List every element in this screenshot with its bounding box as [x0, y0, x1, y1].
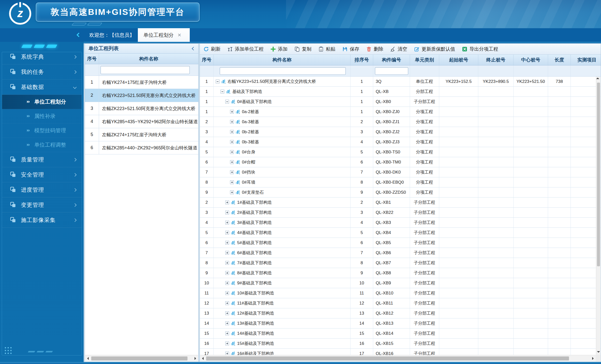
- expand-toggle-icon[interactable]: [225, 261, 229, 265]
- expand-toggle-icon[interactable]: [225, 352, 229, 355]
- expand-toggle-icon[interactable]: [225, 342, 229, 345]
- expand-toggle-icon[interactable]: [230, 120, 234, 124]
- expand-toggle-icon[interactable]: [225, 241, 229, 245]
- expand-toggle-icon[interactable]: [225, 301, 229, 305]
- hscroll-right-icon[interactable]: [193, 357, 198, 360]
- table-row[interactable]: 1312#基础及下部构造13QL-XB12子分部工程: [200, 308, 601, 318]
- expand-toggle-icon[interactable]: [230, 170, 234, 174]
- table-row[interactable]: 1413#基础及下部构造14QL-XB13子分部工程: [200, 318, 601, 328]
- hscroll-right-icon[interactable]: [590, 357, 596, 360]
- sidebar-item-progress-management[interactable]: 进度管理: [2, 182, 82, 197]
- table-row[interactable]: 20a-3桩基2QL-XB0-ZJ1分项工程: [200, 117, 601, 127]
- paste-button[interactable]: 粘贴: [318, 46, 335, 52]
- table-row[interactable]: 30b-2桩基3QL-XB0-ZJ2分项工程: [200, 127, 601, 137]
- table-row[interactable]: 87#基础及下部构造8QL-XB7子分部工程: [200, 258, 601, 268]
- collapse-toggle-icon[interactable]: [225, 100, 229, 104]
- table-row[interactable]: 21#基础及下部构造2QL-XB1子分部工程: [200, 197, 601, 208]
- sidebar-item-my-tasks[interactable]: 我的任务: [2, 64, 82, 80]
- unit-list-name-filter-input[interactable]: [101, 66, 190, 74]
- unit-list-row[interactable]: 6左幅ZK285+440~ZK292+965阿尔金山特长隧道: [85, 141, 198, 154]
- expand-toggle-icon[interactable]: [230, 150, 234, 154]
- update-quality-default-button[interactable]: 更新质保默认值: [414, 46, 455, 52]
- expand-toggle-icon[interactable]: [230, 160, 234, 164]
- table-row[interactable]: 54#基础及下部构造5QL-XB4子分部工程: [200, 228, 601, 238]
- hscroll-left-icon[interactable]: [85, 357, 91, 360]
- table-row[interactable]: 1110#基础及下部构造11QL-XB10子分部工程: [200, 288, 601, 298]
- table-row[interactable]: 1右幅YK223+521.50阿克塞分离式立交跨线大桥13Q单位工程YK223+…: [200, 77, 601, 87]
- table-row[interactable]: 70#挡块7QL-XB0-DK0分项工程: [200, 167, 601, 177]
- save-button[interactable]: 保存: [342, 46, 359, 52]
- expand-toggle-icon[interactable]: [225, 321, 229, 325]
- tab-welcome[interactable]: 欢迎您：【信息员】: [89, 28, 135, 42]
- expand-toggle-icon[interactable]: [225, 271, 229, 275]
- sidebar-item-change-management[interactable]: 变更管理: [2, 197, 82, 213]
- sidebar-item-unit-project-division[interactable]: 单位工程划分: [2, 95, 82, 109]
- vscroll-thumb[interactable]: [597, 83, 600, 266]
- unit-list-row[interactable]: 1右幅YK274+175红崖子沟特大桥: [85, 76, 198, 89]
- expand-toggle-icon[interactable]: [225, 291, 229, 295]
- table-row[interactable]: 10a-2桩基1QL-XB0-ZJ0分项工程: [200, 107, 601, 117]
- sidebar-item-basic-data[interactable]: 基础数据: [2, 80, 82, 95]
- table-row[interactable]: 1716#基础及下部构造17QL-XB16子分部工程: [200, 349, 601, 355]
- expand-toggle-icon[interactable]: [225, 201, 229, 204]
- table-row[interactable]: 40b-3桩基4QL-XB0-ZJ3分项工程: [200, 137, 601, 147]
- clear-button[interactable]: 清空: [390, 46, 407, 52]
- collapse-toggle-icon[interactable]: [216, 80, 219, 83]
- expand-toggle-icon[interactable]: [225, 221, 229, 224]
- tab-scroll-left-icon[interactable]: [77, 33, 80, 38]
- table-row[interactable]: 32#基础及下部构造3QL-XB22子分部工程: [200, 208, 601, 218]
- panel-collapse-icon[interactable]: [192, 47, 195, 50]
- tab-unit-project-division[interactable]: 单位工程划分 ×: [138, 28, 190, 42]
- expand-toggle-icon[interactable]: [225, 231, 229, 235]
- collapse-toggle-icon[interactable]: [220, 90, 224, 93]
- hscroll-thumb[interactable]: [91, 356, 187, 360]
- table-row[interactable]: 50#台身5QL-XB0-TS0分项工程: [200, 147, 601, 157]
- expand-toggle-icon[interactable]: [225, 281, 229, 285]
- sidebar-item-system-dictionary[interactable]: 系统字典: [2, 49, 82, 64]
- table-row[interactable]: 1514#基础及下部构造15QL-XB14子分部工程: [200, 328, 601, 339]
- expand-toggle-icon[interactable]: [230, 130, 234, 134]
- unit-list-row[interactable]: 2右幅YK223+521.50阿克塞分离式立交跨线大桥: [85, 89, 198, 102]
- table-row[interactable]: 1615#基础及下部构造16QL-XB15子分部工程: [200, 339, 601, 349]
- table-row[interactable]: 98#基础及下部构造9QL-XB8子分部工程: [200, 268, 601, 278]
- sidebar-item-construction-image-capture[interactable]: 施工影像采集: [2, 213, 82, 228]
- unit-list-row[interactable]: 4右幅YK285+435~YK292+962阿尔金山特长隧道: [85, 115, 198, 128]
- table-row[interactable]: 60#台帽6QL-XB0-TM0分项工程: [200, 157, 601, 167]
- expand-toggle-icon[interactable]: [225, 311, 229, 315]
- table-row[interactable]: 90#支座垫石9QL-XB0-ZZDS0分项工程: [200, 187, 601, 197]
- sidebar-item-model-code-management[interactable]: 模型挂码管理: [2, 123, 82, 138]
- add-button[interactable]: 添加: [270, 46, 288, 52]
- table-row[interactable]: 1基础及下部构造1QL-XB分部工程: [200, 87, 601, 97]
- expand-toggle-icon[interactable]: [230, 110, 234, 114]
- sidebar-item-quality-management[interactable]: 质量管理: [2, 152, 82, 167]
- table-row[interactable]: 10#基础及下部构造1QL-XB0子分部工程: [200, 97, 601, 107]
- table-row[interactable]: 76#基础及下部构造7QL-XB6子分部工程: [200, 248, 601, 258]
- table-row[interactable]: 1211#基础及下部构造12QL-XB11子分部工程: [200, 298, 601, 308]
- expand-toggle-icon[interactable]: [225, 251, 229, 255]
- expand-toggle-icon[interactable]: [230, 180, 234, 184]
- export-subitem-project-button[interactable]: 导出分项工程: [462, 46, 498, 52]
- expand-toggle-icon[interactable]: [225, 332, 229, 335]
- unit-list-row[interactable]: 3左幅ZK223+521.50阿克塞分离式立交跨线大桥: [85, 102, 198, 115]
- component-code-filter-input[interactable]: [375, 67, 408, 75]
- sidebar-item-unit-project-adjustment[interactable]: 单位工程调整: [2, 138, 82, 152]
- refresh-button[interactable]: 刷新: [203, 46, 220, 52]
- copy-button[interactable]: 复制: [294, 46, 311, 52]
- delete-button[interactable]: 删除: [366, 46, 383, 52]
- hscroll-thumb[interactable]: [206, 356, 569, 360]
- add-unit-project-button[interactable]: 添加单位工程: [227, 46, 264, 52]
- expand-toggle-icon[interactable]: [230, 190, 234, 194]
- sidebar-item-safety-management[interactable]: 安全管理: [2, 167, 82, 182]
- expand-toggle-icon[interactable]: [225, 211, 229, 214]
- sidebar-item-attribute-supplement[interactable]: 属性补录: [2, 109, 82, 123]
- table-row[interactable]: 109#基础及下部构造10QL-XB9子分部工程: [200, 278, 601, 288]
- expand-toggle-icon[interactable]: [230, 140, 234, 144]
- hscroll-left-icon[interactable]: [200, 357, 206, 360]
- table-row[interactable]: 43#基础及下部构造4QL-XB3子分部工程: [200, 218, 601, 228]
- table-row[interactable]: 65#基础及下部构造6QL-XB5子分部工程: [200, 238, 601, 248]
- unit-list-row[interactable]: 5左幅ZK274+175红崖子沟特大桥: [85, 128, 198, 141]
- component-name-filter-input[interactable]: [220, 67, 346, 75]
- vscroll-up-icon[interactable]: [596, 77, 601, 82]
- table-row[interactable]: 80#耳墙8QL-XB0-EBQ0分项工程: [200, 177, 601, 187]
- tab-close-icon[interactable]: ×: [178, 32, 181, 38]
